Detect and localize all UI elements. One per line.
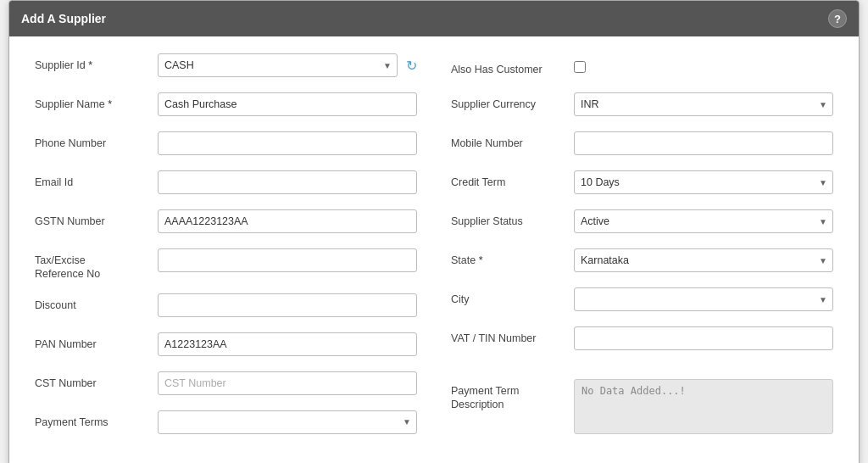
credit-term-control: 10 Days 30 Days 60 Days ▼ [574, 170, 833, 194]
cst-number-control [158, 371, 417, 395]
payment-terms-select-wrap: ▼ [158, 410, 417, 434]
gstn-number-row: GSTN Number [35, 209, 417, 237]
discount-row: Discount [35, 293, 417, 321]
pan-number-control [158, 332, 417, 356]
email-id-row: Email Id [35, 170, 417, 198]
pan-number-row: PAN Number [35, 332, 417, 360]
credit-term-select[interactable]: 10 Days 30 Days 60 Days [574, 170, 833, 194]
payment-terms-label: Payment Terms [35, 410, 158, 429]
supplier-status-control: Active Inactive ▼ [574, 209, 833, 233]
supplier-currency-control: INR ▼ [574, 92, 833, 116]
payment-term-desc-row: Payment Term Description No Data Added..… [451, 379, 833, 434]
vat-tin-control [574, 326, 833, 350]
tax-excise-label: Tax/Excise Reference No [35, 248, 158, 282]
tax-excise-control [158, 248, 417, 272]
email-id-input[interactable] [158, 170, 417, 194]
phone-number-input[interactable] [158, 131, 417, 155]
payment-term-desc-control: No Data Added...! [574, 379, 833, 434]
mobile-number-row: Mobile Number [451, 131, 833, 159]
cst-number-row: CST Number [35, 371, 417, 399]
supplier-id-label: Supplier Id [35, 53, 158, 72]
payment-terms-control: ▼ [158, 410, 417, 434]
gstn-number-control [158, 209, 417, 233]
state-label: State [451, 248, 574, 267]
also-has-customer-label: Also Has Customer [451, 58, 574, 76]
credit-term-row: Credit Term 10 Days 30 Days 60 Days ▼ [451, 170, 833, 198]
vat-tin-label: VAT / TIN Number [451, 326, 574, 345]
help-button[interactable]: ? [828, 9, 847, 28]
city-select[interactable] [574, 287, 833, 311]
also-has-customer-row: Also Has Customer [451, 53, 833, 81]
supplier-currency-select-wrap: INR ▼ [574, 92, 833, 116]
email-id-control [158, 170, 417, 194]
discount-label: Discount [35, 293, 158, 312]
email-id-label: Email Id [35, 170, 158, 189]
city-label: City [451, 287, 574, 306]
supplier-status-select[interactable]: Active Inactive [574, 209, 833, 233]
window-title: Add A Supplier [21, 12, 106, 25]
supplier-id-select-wrap: CASH ▼ [158, 53, 398, 77]
add-supplier-window: Add A Supplier ? Supplier Id CASH ▼ [8, 0, 860, 463]
form-columns: Supplier Id CASH ▼ ↻ Supplier Name [35, 53, 833, 449]
mobile-number-control [574, 131, 833, 155]
vat-tin-input[interactable] [574, 326, 833, 350]
tax-excise-input[interactable] [158, 248, 417, 272]
pan-number-label: PAN Number [35, 332, 158, 351]
supplier-currency-row: Supplier Currency INR ▼ [451, 92, 833, 120]
city-select-wrap: ▼ [574, 287, 833, 311]
vat-tin-row: VAT / TIN Number [451, 326, 833, 354]
supplier-name-control [158, 92, 417, 116]
payment-term-desc-label: Payment Term Description [451, 379, 574, 412]
city-row: City ▼ [451, 287, 833, 315]
state-select-wrap: Karnataka Maharashtra Tamil Nadu ▼ [574, 248, 833, 272]
titlebar: Add A Supplier ? [9, 1, 859, 36]
supplier-status-label: Supplier Status [451, 209, 574, 228]
supplier-currency-label: Supplier Currency [451, 92, 574, 111]
tax-excise-row: Tax/Excise Reference No [35, 248, 417, 282]
form-body: Supplier Id CASH ▼ ↻ Supplier Name [9, 36, 859, 463]
supplier-status-select-wrap: Active Inactive ▼ [574, 209, 833, 233]
state-control: Karnataka Maharashtra Tamil Nadu ▼ [574, 248, 833, 272]
pan-number-input[interactable] [158, 332, 417, 356]
state-select[interactable]: Karnataka Maharashtra Tamil Nadu [574, 248, 833, 272]
also-has-customer-control [574, 61, 833, 73]
gstn-number-input[interactable] [158, 209, 417, 233]
mobile-number-input[interactable] [574, 131, 833, 155]
payment-term-desc-textarea[interactable]: No Data Added...! [574, 379, 833, 434]
payment-terms-row: Payment Terms ▼ [35, 410, 417, 438]
payment-terms-select[interactable] [158, 410, 417, 434]
supplier-name-row: Supplier Name [35, 92, 417, 120]
state-row: State Karnataka Maharashtra Tamil Nadu ▼ [451, 248, 833, 276]
discount-input[interactable] [158, 293, 417, 317]
discount-control [158, 293, 417, 317]
city-control: ▼ [574, 287, 833, 311]
cst-number-input[interactable] [158, 371, 417, 395]
gstn-number-label: GSTN Number [35, 209, 158, 228]
phone-number-row: Phone Number [35, 131, 417, 159]
supplier-id-control: CASH ▼ ↻ [158, 53, 417, 77]
phone-number-label: Phone Number [35, 131, 158, 150]
supplier-id-select[interactable]: CASH [158, 53, 398, 77]
supplier-currency-select[interactable]: INR [574, 92, 833, 116]
left-column: Supplier Id CASH ▼ ↻ Supplier Name [35, 53, 417, 449]
credit-term-select-wrap: 10 Days 30 Days 60 Days ▼ [574, 170, 833, 194]
right-column: Also Has Customer Supplier Currency INR … [451, 53, 833, 449]
credit-term-label: Credit Term [451, 170, 574, 189]
supplier-id-row: Supplier Id CASH ▼ ↻ [35, 53, 417, 81]
also-has-customer-checkbox[interactable] [574, 61, 586, 73]
supplier-name-input[interactable] [158, 92, 417, 116]
supplier-name-label: Supplier Name [35, 92, 158, 111]
refresh-icon[interactable]: ↻ [406, 58, 417, 74]
mobile-number-label: Mobile Number [451, 131, 574, 150]
phone-number-control [158, 131, 417, 155]
supplier-status-row: Supplier Status Active Inactive ▼ [451, 209, 833, 237]
cst-number-label: CST Number [35, 371, 158, 390]
